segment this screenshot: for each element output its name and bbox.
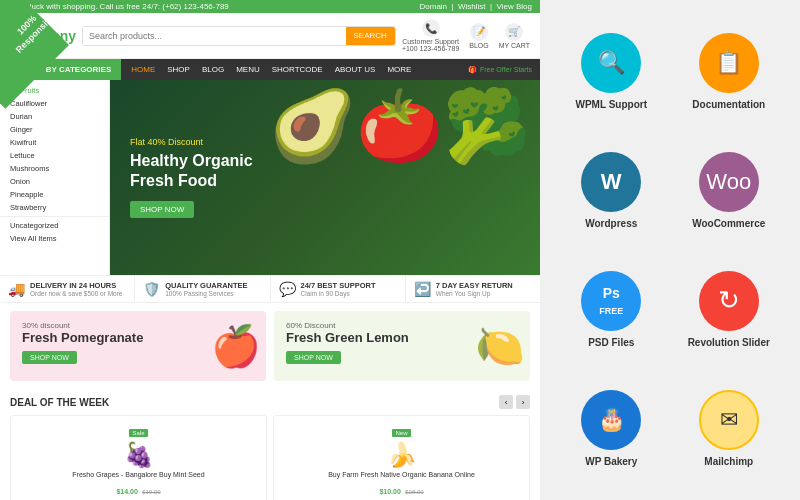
search-input[interactable] [83, 27, 346, 45]
feature-quality-title: QUALITY GUARANTEE [165, 281, 247, 290]
docs-icon: 📋 [715, 50, 742, 76]
feature-quality-desc: 100% Passing Services [165, 290, 247, 297]
product-banana-name: Buy Farm Fresh Native Organic Banana Onl… [279, 471, 524, 478]
top-bar: Good luck with shopping. Call us free 24… [0, 0, 540, 13]
product-grapes-image: 🍇 [16, 441, 261, 469]
prev-arrow[interactable]: ‹ [499, 395, 513, 409]
search-bar[interactable]: SEARCH [82, 26, 396, 46]
deal-title: DEAL OF THE WEEK [10, 397, 109, 408]
product-grapes-price: $14.00 [116, 488, 137, 495]
sidebar-item-pineapple[interactable]: Pineapple [0, 188, 109, 201]
product-banana-image: 🍌 [279, 441, 524, 469]
product-grapes: Sale 🍇 Fresho Grapes - Bangalore Buy Min… [10, 415, 267, 500]
badge-revolution: ↻ Revolution Slider [678, 258, 781, 362]
blog-icon: 📝 [470, 23, 488, 41]
next-arrow[interactable]: › [516, 395, 530, 409]
promo-pomegranate-btn[interactable]: SHOP NOW [22, 351, 77, 364]
nav-blog[interactable]: BLOG [202, 65, 224, 74]
header: 🌿 Organy SEARCH 📞 Customer Support +100 … [0, 13, 540, 59]
nav-about[interactable]: ABOUT US [335, 65, 376, 74]
product-grapes-old-price: $19.00 [142, 489, 160, 495]
hero-text: Flat 40% Discount Healthy OrganicFresh F… [130, 137, 253, 217]
nav-links: HOME SHOP BLOG MENU SHORTCODE ABOUT US M… [121, 65, 421, 74]
hero-veggie-image: 🥑🍅🥦 [269, 85, 530, 167]
psd-icon: PsFREE [599, 285, 623, 317]
promo-lemon-btn[interactable]: SHOP NOW [286, 351, 341, 364]
blog-link[interactable]: 📝 BLOG [469, 23, 488, 49]
hero-title: Healthy OrganicFresh Food [130, 151, 253, 189]
woo-label: WooCommerce [692, 218, 765, 229]
badge-woocommerce: Woo WooCommerce [678, 139, 781, 243]
lemon-image: 🍋 [475, 323, 525, 370]
hero-shop-btn[interactable]: SHOP NOW [130, 201, 194, 218]
nav-more[interactable]: MORE [387, 65, 411, 74]
feature-return: ↩️ 7 DAY EASY RETURN When You Sign Up [406, 276, 540, 302]
promo-cards: 30% discount Fresh Pomegranate SHOP NOW … [0, 303, 540, 389]
hero-discount: Flat 40% Discount [130, 137, 253, 147]
psd-label: PSD Files [588, 337, 634, 348]
wpbakery-icon: 🎂 [598, 407, 625, 433]
deal-header: DEAL OF THE WEEK ‹ › [10, 395, 530, 409]
wpml-icon: 🔍 [598, 50, 625, 76]
sidebar-item-uncategorized[interactable]: Uncategorized [0, 219, 109, 232]
phone-icon: 📞 [422, 19, 440, 37]
revolution-icon: ↻ [718, 285, 740, 316]
psd-circle: PsFREE [581, 271, 641, 331]
promo-pomegranate: 30% discount Fresh Pomegranate SHOP NOW … [10, 311, 266, 381]
badge-wpml: 🔍 WPML Support [560, 20, 663, 124]
support-icon: 💬 [279, 281, 296, 297]
cart-link[interactable]: 🛒 MY CART [499, 23, 530, 49]
sidebar-item-view-all[interactable]: View All Items [0, 232, 109, 245]
sidebar-item-mushrooms[interactable]: Mushrooms [0, 162, 109, 175]
nav-shop[interactable]: SHOP [167, 65, 190, 74]
docs-circle: 📋 [699, 33, 759, 93]
delivery-icon: 🚚 [8, 281, 25, 297]
quality-icon: 🛡️ [143, 281, 160, 297]
revolution-label: Revolution Slider [688, 337, 770, 348]
feature-support-desc: Claim in 90 Days [301, 290, 376, 297]
sidebar: All Fruits Cauliflower Durian Ginger Kiw… [0, 80, 110, 275]
mailchimp-circle: ✉ [699, 390, 759, 450]
nav-bar: ☰ SHOP BY CATEGORIES HOME SHOP BLOG MENU… [0, 59, 540, 80]
sidebar-item-durian[interactable]: Durian [0, 110, 109, 123]
sidebar-item-kiwi[interactable]: Kiwifruit [0, 136, 109, 149]
badge-mailchimp: ✉ Mailchimp [678, 376, 781, 480]
right-panel: 🔍 WPML Support 📋 Documentation W Wordpre… [540, 0, 800, 500]
woo-circle: Woo [699, 152, 759, 212]
header-icons: 📞 Customer Support +100 123-456-789 📝 BL… [402, 19, 530, 52]
website-preview: 100%Responsive Good luck with shopping. … [0, 0, 540, 500]
nav-home[interactable]: HOME [131, 65, 155, 74]
sidebar-item-lettuce[interactable]: Lettuce [0, 149, 109, 162]
badge-psd: PsFREE PSD Files [560, 258, 663, 362]
feature-return-title: 7 DAY EASY RETURN [436, 281, 513, 290]
product-grapes-badge: Sale [129, 429, 147, 437]
sidebar-item-ginger[interactable]: Ginger [0, 123, 109, 136]
return-icon: ↩️ [414, 281, 431, 297]
wordpress-icon: W [601, 169, 622, 195]
nav-shortcode[interactable]: SHORTCODE [272, 65, 323, 74]
sidebar-item-onion[interactable]: Onion [0, 175, 109, 188]
sidebar-item-cauliflower[interactable]: Cauliflower [0, 97, 109, 110]
wpbakery-label: WP Bakery [585, 456, 637, 467]
phone-info: 📞 Customer Support +100 123-456-789 [402, 19, 459, 52]
wordpress-circle: W [581, 152, 641, 212]
search-button[interactable]: SEARCH [346, 27, 395, 45]
badge-docs: 📋 Documentation [678, 20, 781, 124]
feature-delivery-title: DELIVERY IN 24 HOURS [30, 281, 123, 290]
pomegranate-image: 🍎 [211, 323, 261, 370]
badge-wordpress: W Wordpress [560, 139, 663, 243]
wpml-label: WPML Support [576, 99, 647, 110]
features-bar: 🚚 DELIVERY IN 24 HOURS Order now & save … [0, 275, 540, 303]
promo-lemon: 60% Discount Fresh Green Lemon SHOP NOW … [274, 311, 530, 381]
wpbakery-circle: 🎂 [581, 390, 641, 450]
docs-label: Documentation [692, 99, 765, 110]
wpml-circle: 🔍 [581, 33, 641, 93]
revolution-circle: ↻ [699, 271, 759, 331]
mailchimp-icon: ✉ [720, 407, 738, 433]
sidebar-item-strawberry[interactable]: Strawberry [0, 201, 109, 214]
nav-menu[interactable]: MENU [236, 65, 260, 74]
product-banana: New 🍌 Buy Farm Fresh Native Organic Bana… [273, 415, 530, 500]
feature-support: 💬 24/7 BEST SUPPORT Claim in 90 Days [271, 276, 406, 302]
woo-icon: Woo [706, 169, 751, 195]
main-content: All Fruits Cauliflower Durian Ginger Kiw… [0, 80, 540, 275]
